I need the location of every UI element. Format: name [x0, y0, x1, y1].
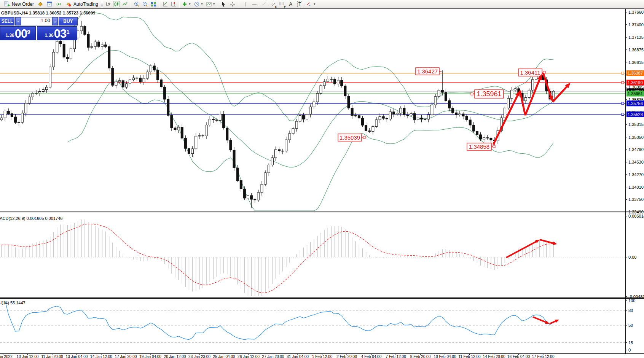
svg-text:10 Feb 04:00: 10 Feb 04:00	[434, 355, 456, 358]
period-dropdown-icon[interactable]: ▼	[201, 3, 203, 5]
symbol-ohlc-readout: GBPUSD-,H4 1.35818 1.36052 1.35723 1.360…	[1, 11, 96, 15]
svg-text:14 Jan 12:00: 14 Jan 12:00	[90, 355, 112, 358]
sell-price-small: 1.36	[5, 33, 14, 38]
level-line-handle[interactable]	[622, 72, 624, 74]
svg-text:0.00: 0.00	[628, 255, 636, 259]
sell-price-display[interactable]: 1.36 00 9	[0, 26, 36, 40]
line-chart-icon[interactable]	[121, 1, 128, 7]
svg-text:8 Feb 20:00: 8 Feb 20:00	[410, 355, 431, 358]
new-chart-icon[interactable]	[181, 1, 188, 7]
svg-text:2 Feb 20:00: 2 Feb 20:00	[336, 355, 357, 358]
svg-text:16 Feb 04:00: 16 Feb 04:00	[507, 355, 530, 358]
period-clock-icon[interactable]	[193, 1, 200, 7]
level-line-handle[interactable]	[622, 81, 624, 84]
toolbar-separator	[239, 1, 239, 8]
svg-text:1.36387: 1.36387	[628, 71, 643, 75]
bar-chart-icon[interactable]	[105, 1, 112, 7]
svg-text:1.34858: 1.34858	[469, 143, 489, 150]
sell-button[interactable]: SELL	[0, 17, 14, 25]
level-line-handle[interactable]	[622, 113, 624, 116]
new-order-button[interactable]: New Order	[2, 0, 36, 8]
trendline-tool-icon[interactable]	[260, 1, 267, 7]
svg-text:1.36411: 1.36411	[520, 69, 540, 76]
data-window-icon[interactable]	[46, 1, 53, 7]
svg-text:11 Jan 20:00: 11 Jan 20:00	[41, 355, 63, 358]
vertical-line-tool-icon[interactable]	[242, 1, 249, 7]
level-line-handle[interactable]	[622, 102, 624, 105]
volume-stepper: ▼ 1.00 ▲	[15, 17, 58, 25]
svg-text:14 Feb 20:00: 14 Feb 20:00	[483, 355, 505, 358]
svg-text:26 Jan 12:00: 26 Jan 12:00	[238, 355, 260, 358]
trend-arrow[interactable]	[543, 73, 551, 98]
fibonacci-tool-icon[interactable]: F	[278, 1, 285, 7]
trend-arrow[interactable]	[553, 86, 567, 102]
annotation-1.34858[interactable]: 1.34858	[467, 143, 495, 150]
toolbar-separator	[131, 1, 131, 8]
zoom-out-icon[interactable]	[142, 1, 148, 7]
macd-histogram	[2, 220, 553, 296]
buy-price-sup: 1	[66, 29, 69, 35]
rsi-line	[5, 301, 553, 340]
trend-arrow[interactable]	[540, 240, 554, 243]
macd-signal-line	[2, 224, 553, 293]
arrows-dropdown-icon[interactable]: ▼	[313, 3, 316, 5]
label-tool-letter: T	[297, 1, 302, 7]
volume-field[interactable]: 1.00	[21, 17, 52, 25]
cursor-icon[interactable]	[220, 1, 227, 7]
svg-text:1.36615: 1.36615	[628, 60, 644, 65]
buy-button[interactable]: BUY	[59, 17, 78, 25]
arrows-tool-icon[interactable]	[305, 1, 312, 7]
horizontal-line-tool-icon[interactable]	[251, 1, 258, 7]
chart-canvas[interactable]: 1.376601.374001.371351.368751.366151.363…	[0, 0, 644, 358]
chart-shift-icon[interactable]	[170, 1, 177, 7]
svg-text:0.005014: 0.005014	[628, 214, 644, 218]
time-axis-labels: 7 Jan 202210 Jan 12:0011 Jan 20:0013 Jan…	[0, 354, 555, 358]
svg-text:20 Jan 12:00: 20 Jan 12:00	[164, 355, 186, 358]
annotation-1.35961[interactable]: 1.35961	[471, 90, 504, 98]
bollinger-upper-band	[67, 11, 553, 121]
sell-price-sup: 9	[27, 29, 30, 35]
svg-text:27 Jan 20:00: 27 Jan 20:00	[262, 355, 284, 358]
zoom-in-icon[interactable]	[133, 1, 140, 7]
svg-text:10 Jan 12:00: 10 Jan 12:00	[17, 355, 39, 358]
trend-arrow[interactable]	[493, 95, 518, 145]
one-click-trading-panel: SELL ▼ 1.00 ▲ BUY 1.36 00 9 1.36 03 1	[0, 17, 78, 40]
svg-text:13 Jan 04:00: 13 Jan 04:00	[66, 355, 88, 358]
new-chart-dropdown-icon[interactable]: ▼	[188, 3, 191, 5]
svg-text:1.35039: 1.35039	[340, 134, 360, 141]
sound-alert-icon[interactable]	[55, 1, 62, 7]
toolbar-separator	[159, 1, 159, 8]
tile-windows-icon[interactable]	[150, 1, 157, 7]
indicators-dropdown-icon[interactable]: ▼	[213, 3, 215, 5]
toolbar-grip	[101, 1, 103, 8]
autotrading-button[interactable]: AutoTrading	[63, 0, 100, 8]
svg-text:50: 50	[628, 323, 633, 328]
annotation-1.36427[interactable]: 1.36427	[416, 68, 442, 75]
macd-axis-ticks: 0.0050140.00-0.004812	[625, 214, 644, 299]
buy-price-display[interactable]: 1.36 03 1	[37, 26, 77, 40]
buy-price-big: 03	[54, 27, 66, 40]
toolbar-separator	[217, 1, 217, 8]
market-watch-icon[interactable]	[37, 1, 44, 7]
rsi-axis-ticks: 1008050150	[625, 298, 635, 352]
svg-text:11 Feb 12:00: 11 Feb 12:00	[458, 355, 481, 358]
volume-decrease-button[interactable]: ▼	[15, 17, 21, 25]
svg-text:17 Jan 20:00: 17 Jan 20:00	[115, 355, 137, 358]
text-tool-letter: A	[289, 1, 292, 7]
svg-text:25 Jan 04:00: 25 Jan 04:00	[213, 355, 235, 358]
autotrading-label: AutoTrading	[73, 2, 98, 7]
main-toolbar: New Order AutoTrading ▼	[0, 0, 644, 9]
svg-text:31 Jan 04:00: 31 Jan 04:00	[287, 355, 309, 358]
text-tool-icon[interactable]: A	[287, 1, 294, 7]
text-label-tool-icon[interactable]: T	[296, 1, 303, 7]
indicators-icon[interactable]	[206, 1, 212, 7]
annotation-1.35039[interactable]: 1.35039	[338, 134, 365, 141]
crosshair-icon[interactable]	[229, 1, 236, 7]
macd-indicator-label: MACD(12,26,9) 0.001605 0.001746	[0, 216, 62, 221]
channel-tool-icon[interactable]: E	[269, 1, 276, 7]
candlestick-chart-icon[interactable]	[113, 1, 120, 7]
auto-scroll-icon[interactable]	[162, 1, 169, 7]
volume-increase-button[interactable]: ▲	[52, 17, 58, 25]
svg-text:1.37400: 1.37400	[628, 22, 644, 27]
horizontal-level-lines	[0, 72, 625, 115]
